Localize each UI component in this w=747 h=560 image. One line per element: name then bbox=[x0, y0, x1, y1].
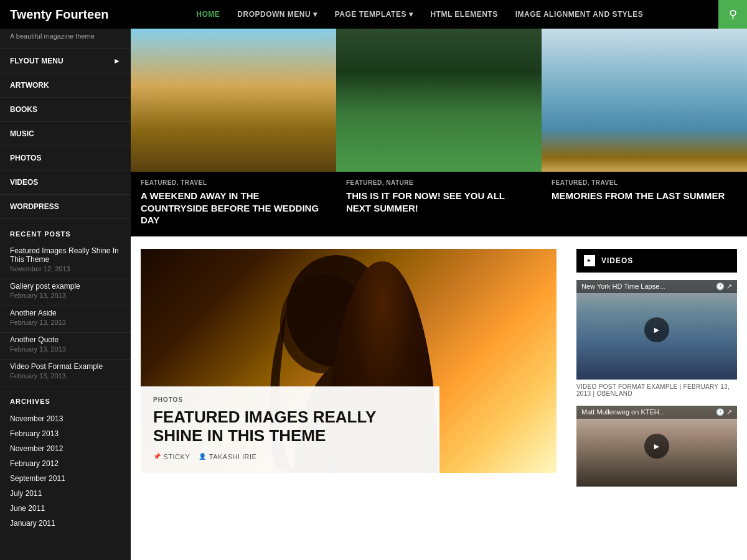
hero-carousel: FEATURED, TRAVEL A WEEKEND AWAY IN THE C… bbox=[131, 29, 747, 236]
archive-link[interactable]: February 2012 bbox=[10, 459, 121, 468]
search-button[interactable]: ⚲ bbox=[718, 0, 747, 29]
hero-caption-2: FEATURED, NATURE THIS IS IT FOR NOW! SEE… bbox=[336, 172, 542, 224]
list-item: Another Aside February 13, 2013 bbox=[0, 306, 131, 333]
video-thumb-2[interactable]: Matt Mullenweg on KTEH... 🕐 ↗ ► bbox=[576, 406, 737, 487]
list-item: Featured Images Really Shine In This The… bbox=[0, 244, 131, 279]
sidebar: A beautiful magazine theme FLYOUT MENU ►… bbox=[0, 29, 131, 560]
post-date: February 13, 2013 bbox=[10, 372, 121, 380]
list-item: November 2012 bbox=[0, 441, 131, 456]
list-item: July 2011 bbox=[0, 486, 131, 501]
video-title-2: Matt Mullenweg on KTEH... bbox=[581, 408, 665, 416]
main-content: FEATURED, TRAVEL A WEEKEND AWAY IN THE C… bbox=[131, 29, 747, 560]
archive-link[interactable]: January 2011 bbox=[10, 519, 121, 528]
recent-posts-title: RECENT POSTS bbox=[0, 219, 131, 244]
play-icon: ► bbox=[584, 255, 595, 266]
video-play-button-2[interactable]: ► bbox=[644, 434, 669, 459]
archive-link[interactable]: June 2011 bbox=[10, 504, 121, 513]
archive-link[interactable]: February 2013 bbox=[10, 429, 121, 438]
video-top-bar-2: Matt Mullenweg on KTEH... 🕐 ↗ bbox=[576, 406, 737, 419]
archive-link[interactable]: September 2011 bbox=[10, 474, 121, 483]
archive-link[interactable]: November 2013 bbox=[10, 414, 121, 423]
svg-point-2 bbox=[286, 255, 386, 367]
sidebar-item-artwork[interactable]: ARTWORK bbox=[0, 73, 131, 98]
video-top-bar-1: New York HD Time Lapse... 🕐 ↗ bbox=[576, 280, 737, 293]
list-item: Gallery post example February 13, 2013 bbox=[0, 279, 131, 306]
hero-caption-3: FEATURED, TRAVEL MEMORIES FROM THE LAST … bbox=[542, 172, 747, 212]
video-play-button-1[interactable]: ► bbox=[644, 317, 669, 342]
arrow-right-icon: ► bbox=[113, 57, 121, 65]
page-wrapper: A beautiful magazine theme FLYOUT MENU ►… bbox=[0, 29, 747, 560]
post-date: February 13, 2013 bbox=[10, 319, 121, 326]
list-item: February 2013 bbox=[0, 426, 131, 441]
post-link[interactable]: Another Aside bbox=[10, 309, 121, 317]
archive-link[interactable]: July 2011 bbox=[10, 489, 121, 498]
search-icon: ⚲ bbox=[729, 7, 737, 21]
nav-item-image-alignment[interactable]: IMAGE ALIGNMENT AND STYLES bbox=[507, 10, 652, 19]
list-item: Another Quote February 13, 2013 bbox=[0, 333, 131, 360]
post-link[interactable]: Another Quote bbox=[10, 335, 121, 344]
list-item: November 2013 bbox=[0, 411, 131, 426]
pin-icon: 📌 bbox=[153, 453, 161, 460]
post-date: November 12, 2013 bbox=[10, 265, 121, 273]
post-link[interactable]: Video Post Format Example bbox=[10, 362, 121, 371]
video-title-1: New York HD Time Lapse... bbox=[581, 282, 665, 290]
post-date: February 13, 2013 bbox=[10, 345, 121, 353]
featured-post-category: PHOTOS bbox=[153, 396, 427, 403]
videos-widget-title: ► VIDEOS bbox=[576, 249, 737, 273]
hero-category-1: FEATURED, TRAVEL bbox=[141, 179, 326, 186]
author-icon: 👤 bbox=[199, 453, 207, 460]
video-time-icon-2: 🕐 ↗ bbox=[716, 408, 732, 416]
archives-title: ARCHIVES bbox=[0, 386, 131, 411]
hero-title-3: MEMORIES FROM THE LAST SUMMER bbox=[552, 190, 737, 202]
list-item: January 2011 bbox=[0, 516, 131, 531]
hero-item-1[interactable]: FEATURED, TRAVEL A WEEKEND AWAY IN THE C… bbox=[131, 29, 336, 236]
hero-item-2[interactable]: FEATURED, NATURE THIS IS IT FOR NOW! SEE… bbox=[336, 29, 542, 236]
nav-item-html-elements[interactable]: HTML ELEMENTS bbox=[421, 10, 506, 19]
main-posts: PHOTOS FEATURED IMAGES REALLY SHINE IN T… bbox=[131, 249, 566, 488]
featured-overlay: PHOTOS FEATURED IMAGES REALLY SHINE IN T… bbox=[141, 386, 439, 473]
sidebar-item-music[interactable]: MUSIC bbox=[0, 122, 131, 146]
hero-image-1 bbox=[131, 29, 336, 172]
nav-item-dropdown[interactable]: DROPDOWN MENU ▾ bbox=[228, 10, 326, 19]
featured-post[interactable]: PHOTOS FEATURED IMAGES REALLY SHINE IN T… bbox=[141, 249, 557, 473]
video-time-icon: 🕐 ↗ bbox=[716, 282, 732, 291]
sidebar-item-videos[interactable]: VIDEOS bbox=[0, 170, 131, 195]
sidebar-item-books[interactable]: BOOKS bbox=[0, 98, 131, 122]
sidebar-item-photos[interactable]: PHOTOS bbox=[0, 146, 131, 170]
hero-caption-1: FEATURED, TRAVEL A WEEKEND AWAY IN THE C… bbox=[131, 172, 336, 236]
archive-link[interactable]: November 2012 bbox=[10, 444, 121, 453]
chevron-down-icon: ▾ bbox=[409, 10, 413, 19]
header: Twenty Fourteen HOME DROPDOWN MENU ▾ PAG… bbox=[0, 0, 747, 29]
featured-post-title: FEATURED IMAGES REALLY SHINE IN THIS THE… bbox=[153, 408, 427, 446]
hero-category-2: FEATURED, NATURE bbox=[346, 179, 532, 186]
nav-item-home[interactable]: HOME bbox=[187, 10, 228, 19]
author-meta: 👤 TAKASHI IRIE bbox=[199, 453, 256, 460]
chevron-down-icon: ▾ bbox=[313, 10, 317, 19]
nav-item-page-templates[interactable]: PAGE TEMPLATES ▾ bbox=[326, 10, 422, 19]
sidebar-item-flyout-menu[interactable]: FLYOUT MENU ► bbox=[0, 49, 131, 73]
list-item: June 2011 bbox=[0, 501, 131, 516]
site-title[interactable]: Twenty Fourteen bbox=[10, 7, 109, 22]
sidebar-item-wordpress[interactable]: WORDPRESS bbox=[0, 195, 131, 219]
video-caption-1: VIDEO POST FORMAT EXAMPLE | FEBRUARY 13,… bbox=[576, 383, 737, 397]
post-link[interactable]: Featured Images Really Shine In This The… bbox=[10, 246, 121, 264]
list-item: Video Post Format Example February 13, 2… bbox=[0, 360, 131, 386]
video-thumb-1[interactable]: New York HD Time Lapse... 🕐 ↗ ► bbox=[576, 280, 737, 380]
featured-post-meta: 📌 STICKY 👤 TAKASHI IRIE bbox=[153, 453, 427, 460]
hero-item-3[interactable]: FEATURED, TRAVEL MEMORIES FROM THE LAST … bbox=[542, 29, 747, 236]
right-sidebar: ► VIDEOS New York HD Time Lapse... 🕐 ↗ ►… bbox=[566, 249, 747, 488]
hero-image-3 bbox=[542, 29, 747, 172]
hero-title-2: THIS IS IT FOR NOW! SEE YOU ALL NEXT SUM… bbox=[346, 190, 532, 214]
hero-category-3: FEATURED, TRAVEL bbox=[552, 179, 737, 186]
post-link[interactable]: Gallery post example bbox=[10, 282, 121, 291]
hero-image-2 bbox=[336, 29, 542, 172]
content-area: PHOTOS FEATURED IMAGES REALLY SHINE IN T… bbox=[131, 236, 747, 488]
post-date: February 13, 2013 bbox=[10, 292, 121, 299]
main-nav: HOME DROPDOWN MENU ▾ PAGE TEMPLATES ▾ HT… bbox=[121, 10, 718, 19]
list-item: February 2012 bbox=[0, 456, 131, 471]
site-tagline: A beautiful magazine theme bbox=[0, 29, 131, 49]
hero-title-1: A WEEKEND AWAY IN THE COUNTRYSIDE BEFORE… bbox=[141, 190, 326, 226]
list-item: September 2011 bbox=[0, 471, 131, 486]
sticky-meta: 📌 STICKY bbox=[153, 453, 190, 460]
